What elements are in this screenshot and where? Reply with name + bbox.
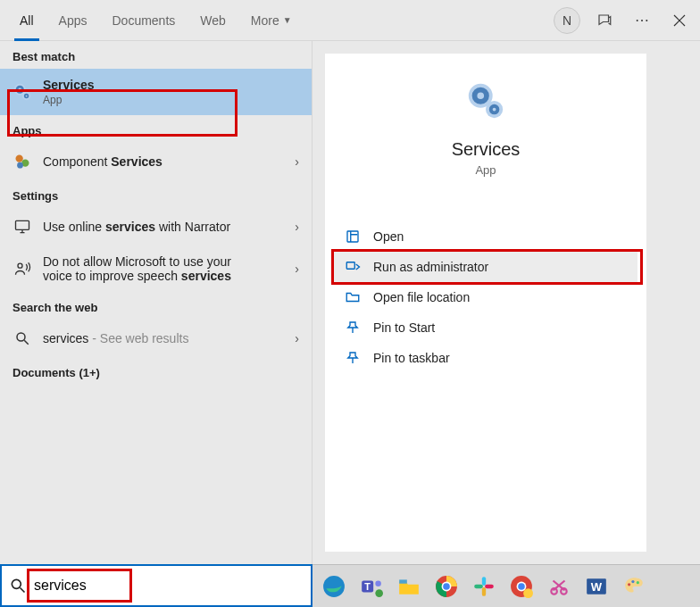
- tab-more-label: More: [251, 13, 279, 28]
- svg-line-16: [21, 588, 25, 593]
- search-box[interactable]: [0, 564, 312, 607]
- taskbar-explorer-icon[interactable]: [396, 574, 421, 599]
- monitor-icon: [12, 217, 32, 237]
- svg-rect-7: [16, 220, 29, 229]
- feedback-icon[interactable]: [591, 7, 618, 34]
- section-apps: Apps: [0, 115, 312, 143]
- taskbar-teams-icon[interactable]: T: [359, 574, 384, 599]
- taskbar-slack-icon[interactable]: [471, 574, 496, 599]
- svg-point-6: [17, 162, 23, 169]
- result-narrator-services[interactable]: Use online services with Narrator ›: [0, 208, 312, 245]
- results-pane: Best match Services App Apps Component S…: [0, 41, 312, 564]
- result-text: Use online: [43, 220, 105, 234]
- result-text-bold: services: [105, 220, 155, 234]
- svg-rect-26: [482, 577, 486, 586]
- user-avatar[interactable]: N: [554, 7, 580, 34]
- action-open-file-location[interactable]: Open file location: [334, 282, 638, 312]
- taskbar-edge-icon[interactable]: [321, 574, 346, 599]
- svg-rect-22: [399, 579, 407, 583]
- tab-web[interactable]: Web: [188, 0, 238, 41]
- chevron-right-icon: ›: [295, 220, 299, 234]
- svg-rect-13: [347, 231, 358, 242]
- best-match-title: Services: [43, 78, 95, 92]
- svg-line-10: [24, 340, 29, 345]
- svg-point-32: [518, 583, 525, 590]
- tab-all[interactable]: All: [7, 0, 46, 41]
- shield-admin-icon: [345, 259, 361, 275]
- best-match-sub: App: [43, 94, 95, 106]
- chevron-right-icon: ›: [295, 154, 299, 169]
- detail-panel: Services App Open Run as administrator: [325, 54, 646, 552]
- search-input[interactable]: [34, 578, 304, 594]
- section-settings: Settings: [0, 180, 312, 208]
- result-text-bold: services: [181, 269, 231, 283]
- svg-text:W: W: [591, 580, 603, 594]
- action-label: Open: [373, 229, 404, 244]
- result-text-bold: Services: [111, 154, 162, 169]
- section-web: Search the web: [0, 292, 312, 320]
- svg-point-25: [443, 583, 450, 590]
- open-icon: [345, 229, 361, 245]
- tab-more[interactable]: More ▼: [238, 0, 304, 41]
- svg-point-38: [628, 583, 630, 586]
- component-services-icon: [12, 152, 32, 171]
- taskbar-chrome-beta-icon[interactable]: [509, 574, 534, 599]
- taskbar-chrome-icon[interactable]: [434, 574, 459, 599]
- action-pin-start[interactable]: Pin to Start: [334, 312, 638, 343]
- section-documents: Documents (1+): [0, 357, 312, 385]
- pin-icon: [345, 350, 361, 366]
- gear-icon: [12, 82, 32, 102]
- action-label: Pin to Start: [373, 320, 435, 335]
- detail-sub: App: [334, 163, 638, 177]
- svg-point-20: [375, 580, 381, 586]
- svg-point-15: [12, 579, 21, 588]
- svg-rect-29: [485, 584, 494, 587]
- folder-icon: [345, 289, 361, 305]
- svg-rect-28: [482, 587, 486, 596]
- svg-point-12: [486, 101, 503, 118]
- web-hint: - See web results: [88, 331, 188, 345]
- more-options-icon[interactable]: ⋯: [629, 7, 655, 34]
- web-term: services: [43, 331, 88, 345]
- taskbar-snip-icon[interactable]: [546, 574, 571, 599]
- svg-point-3: [22, 92, 30, 100]
- tab-documents[interactable]: Documents: [99, 0, 188, 41]
- chevron-right-icon: ›: [295, 331, 299, 345]
- action-label: Open file location: [373, 290, 470, 304]
- search-filter-tabs: All Apps Documents Web More ▼ N ⋯: [0, 0, 700, 41]
- svg-point-40: [637, 581, 639, 584]
- action-run-as-admin[interactable]: Run as administrator: [334, 252, 638, 282]
- svg-rect-14: [346, 262, 354, 270]
- search-icon: [12, 328, 32, 348]
- result-text: with Narrator: [155, 220, 230, 234]
- svg-point-8: [18, 263, 22, 268]
- services-app-icon: [465, 80, 506, 121]
- action-label: Pin to taskbar: [373, 351, 450, 365]
- close-icon[interactable]: [666, 7, 693, 34]
- section-best-match: Best match: [0, 41, 312, 69]
- svg-point-39: [631, 579, 634, 582]
- svg-point-4: [16, 155, 23, 162]
- pin-icon: [345, 320, 361, 336]
- taskbar-word-icon[interactable]: W: [584, 574, 609, 599]
- result-component-services[interactable]: Component Services ›: [0, 143, 312, 180]
- taskbar: T W: [312, 564, 700, 607]
- action-open[interactable]: Open: [334, 221, 638, 252]
- result-web-services[interactable]: services - See web results ›: [0, 320, 312, 357]
- chevron-right-icon: ›: [295, 262, 299, 276]
- tab-apps[interactable]: Apps: [46, 0, 100, 41]
- action-pin-taskbar[interactable]: Pin to taskbar: [334, 343, 638, 373]
- svg-rect-27: [474, 584, 483, 587]
- svg-text:T: T: [364, 581, 371, 592]
- person-voice-icon: [12, 259, 32, 279]
- taskbar-paint-icon[interactable]: [621, 574, 646, 599]
- result-text: Component: [43, 154, 111, 169]
- svg-point-33: [523, 588, 533, 598]
- action-label: Run as administrator: [373, 260, 488, 274]
- svg-point-21: [375, 589, 383, 597]
- result-best-match-services[interactable]: Services App: [0, 69, 312, 115]
- detail-title: Services: [334, 139, 638, 160]
- result-speech-services[interactable]: Do not allow Microsoft to use your voice…: [0, 245, 312, 292]
- search-icon: [9, 577, 27, 595]
- chevron-down-icon: ▼: [283, 15, 292, 25]
